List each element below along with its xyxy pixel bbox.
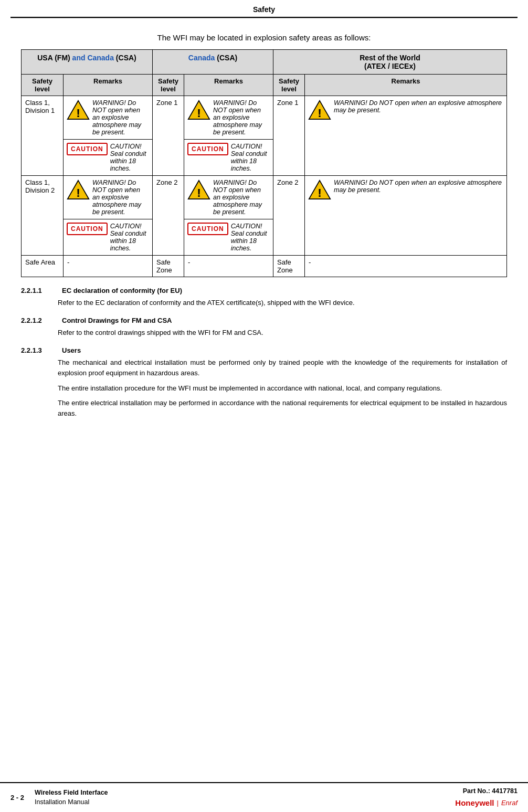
table-cell-remarks: ! WARNING! Do NOT open when an explosive… [305, 176, 507, 256]
part-no: Part No.: 4417781 [455, 786, 518, 796]
footer-product-info: Wireless Field Interface Installation Ma… [35, 788, 108, 808]
section-title: Users [62, 346, 81, 354]
usa-label: USA [37, 54, 52, 62]
usa-level-cell: Class 1, Division 1 [22, 96, 64, 176]
caution-row: CAUTION CAUTION! Seal conduit within 18 … [64, 219, 152, 255]
safety-table: USA (FM) and Canada (CSA) Canada (CSA) R… [21, 49, 507, 277]
honeywell-text: Honeywell [455, 797, 494, 809]
usa-level-cell: Class 1, Division 2 [22, 176, 64, 256]
warning-text: WARNING! Do NOT open when an explosive a… [213, 179, 270, 216]
subheader-usa-remarks: Remarks [64, 75, 153, 96]
table-cell-remarks: ! WARNING! Do NOT open when an explosive… [64, 176, 153, 256]
usa-remarks-cell: - [64, 256, 153, 277]
warning-row: ! WARNING! Do NOT open when an explosive… [305, 96, 506, 125]
section-heading: 2.2.1.1 EC declaration of conformity (fo… [21, 287, 507, 294]
section-heading: 2.2.1.3 Users [21, 346, 507, 354]
canada-label: Canada [188, 54, 215, 62]
table-row: Safe Area - Safe Zone - Safe Zone - [22, 256, 507, 277]
warning-icon: ! [308, 99, 331, 122]
row-level-cell: Zone 2 [273, 176, 305, 256]
caution-text: CAUTION! Seal conduit within 18 inches. [110, 223, 149, 252]
section: 2.2.1.2 Control Drawings for FM and CSA … [21, 317, 507, 338]
csa-label-2: (CSA) [217, 54, 237, 62]
svg-text:!: ! [197, 106, 201, 120]
table-cell-remarks: ! WARNING! Do NOT open when an explosive… [64, 96, 153, 176]
warning-icon: ! [67, 99, 90, 122]
csa-label-1: (CSA) [116, 54, 136, 62]
canada-level-cell: Safe Zone [153, 256, 184, 277]
product-name: Wireless Field Interface [35, 788, 108, 798]
honeywell-logo: Honeywell | Enraf [455, 797, 518, 809]
subheader-row-remarks: Remarks [305, 75, 507, 96]
caution-icon: CAUTION [187, 223, 228, 235]
section-body: The mechanical and electrical installati… [58, 357, 507, 419]
caution-text: CAUTION! Seal conduit within 18 inches. [231, 223, 270, 252]
warning-text: WARNING! Do NOT open when an explosive a… [213, 99, 270, 136]
footer-right: Part No.: 4417781 Honeywell | Enraf [455, 786, 518, 809]
subheader-row-level: Safety level [273, 75, 305, 96]
col-header-row: Rest of the World(ATEX / IECEx) [273, 50, 507, 75]
warning-row: ! WARNING! Do NOT open when an explosive… [184, 96, 273, 139]
main-content: The WFI may be located in explosion safe… [0, 18, 528, 466]
doc-type: Installation Manual [35, 797, 108, 807]
fm-label: (FM) [55, 54, 72, 62]
section: 2.2.1.3 Users The mechanical and electri… [21, 346, 507, 419]
table-cell-remarks: ! WARNING! Do NOT open when an explosive… [184, 176, 273, 256]
caution-row: CAUTION CAUTION! Seal conduit within 18 … [184, 219, 273, 255]
section-title: EC declaration of conformity (for EU) [62, 287, 182, 294]
caution-row: CAUTION CAUTION! Seal conduit within 18 … [184, 139, 273, 175]
caution-row: CAUTION CAUTION! Seal conduit within 18 … [64, 139, 152, 175]
page-footer: 2 - 2 Wireless Field Interface Installat… [0, 782, 528, 812]
intro-text: The WFI may be located in explosion safe… [21, 33, 507, 42]
warning-text: WARNING! Do NOT open when an explosive a… [334, 179, 503, 194]
warning-row: ! WARNING! Do NOT open when an explosive… [184, 176, 273, 219]
warning-text: WARNING! Do NOT open when an explosive a… [92, 99, 149, 136]
caution-icon: CAUTION [187, 143, 228, 155]
page-label: 2 - 2 [10, 794, 24, 802]
caution-text: CAUTION! Seal conduit within 18 inches. [110, 143, 149, 172]
section-title: Control Drawings for FM and CSA [62, 317, 172, 324]
usa-level-cell: Safe Area [22, 256, 64, 277]
page-header: Safety [10, 0, 518, 18]
row-level-cell: Zone 1 [273, 96, 305, 176]
warning-icon: ! [187, 179, 210, 202]
row-label: Rest of the World(ATEX / IECEx) [360, 54, 420, 70]
section-paragraph: The mechanical and electrical installati… [58, 357, 507, 378]
section-body: Refer to the EC declaration of conformit… [58, 298, 507, 308]
subheader-canada-remarks: Remarks [184, 75, 273, 96]
table-header-row-1: USA (FM) and Canada (CSA) Canada (CSA) R… [22, 50, 507, 75]
svg-text:!: ! [318, 106, 322, 120]
caution-badge: CAUTION [187, 143, 228, 155]
section: 2.2.1.1 EC declaration of conformity (fo… [21, 287, 507, 308]
section-number: 2.2.1.3 [21, 346, 58, 354]
warning-icon: ! [187, 99, 210, 122]
row-level-cell: Safe Zone [273, 256, 305, 277]
caution-badge: CAUTION [67, 223, 108, 235]
table-cell-remarks: ! WARNING! Do NOT open when an explosive… [184, 96, 273, 176]
col-header-canada: Canada (CSA) [153, 50, 273, 75]
col-header-usa: USA (FM) and Canada (CSA) [22, 50, 153, 75]
section-number: 2.2.1.1 [21, 287, 58, 294]
svg-text:!: ! [76, 106, 80, 120]
svg-text:!: ! [76, 186, 80, 199]
warning-text: WARNING! Do NOT open when an explosive a… [92, 179, 149, 216]
caution-badge: CAUTION [187, 223, 228, 235]
canada-level-cell: Zone 2 [153, 176, 184, 256]
caution-badge: CAUTION [67, 143, 108, 155]
section-body: Refer to the control drawings shipped wi… [58, 328, 507, 338]
canada-remarks-cell: - [184, 256, 273, 277]
canada-level-cell: Zone 1 [153, 96, 184, 176]
header-title: Safety [253, 5, 275, 14]
warning-text: WARNING! Do NOT open when an explosive a… [334, 99, 503, 114]
table-row: Class 1, Division 2 ! WARNING! Do NOT op… [22, 176, 507, 256]
subheader-usa-level: Safety level [22, 75, 64, 96]
warning-row: ! WARNING! Do NOT open when an explosive… [64, 96, 152, 139]
section-paragraph: The entire installation procedure for th… [58, 383, 507, 394]
warning-row: ! WARNING! Do NOT open when an explosive… [305, 176, 506, 205]
section-heading: 2.2.1.2 Control Drawings for FM and CSA [21, 317, 507, 324]
section-number: 2.2.1.2 [21, 317, 58, 324]
table-row: Class 1, Division 1 ! WARNING! Do NOT op… [22, 96, 507, 176]
row-remarks-cell: - [305, 256, 507, 277]
table-header-row-2: Safety level Remarks Safety level Remark… [22, 75, 507, 96]
svg-text:!: ! [318, 186, 322, 199]
